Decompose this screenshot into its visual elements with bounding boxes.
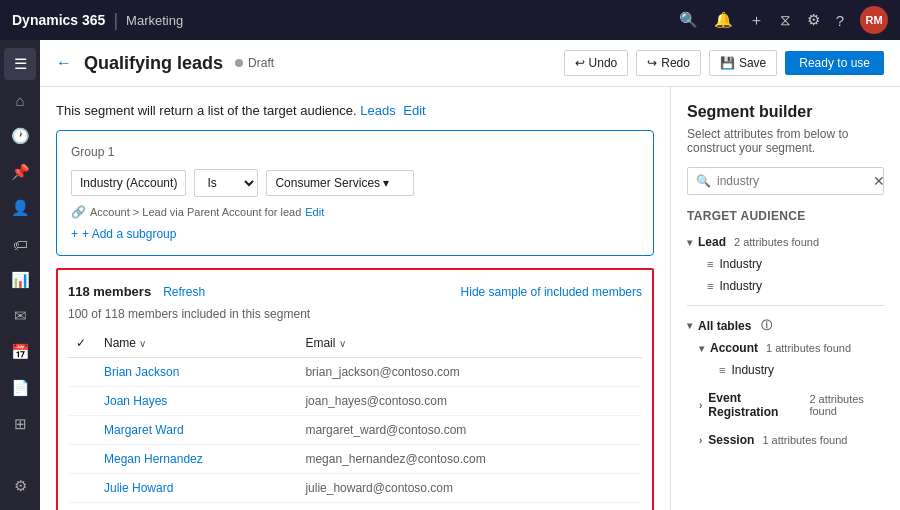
sidebar-item-settings[interactable]: ⚙ <box>4 470 36 502</box>
sidebar-item-home[interactable]: ⌂ <box>4 84 36 116</box>
event-registration-sub-section: › Event Registration 2 attributes found <box>687 387 884 423</box>
page-title: Qualifying leads <box>84 53 223 74</box>
add-subgroup-button[interactable]: + + Add a subgroup <box>71 227 639 241</box>
sidebar-item-people[interactable]: 👤 <box>4 192 36 224</box>
builder-title: Segment builder <box>687 103 884 121</box>
chevron-right-icon: › <box>699 400 702 411</box>
row-checkbox-cell <box>68 474 96 503</box>
condition-field[interactable]: Industry (Account) <box>71 170 186 196</box>
hide-sample-button[interactable]: Hide sample of included members <box>461 285 642 299</box>
edit-desc-link[interactable]: Edit <box>403 103 425 118</box>
group-label: Group 1 <box>71 145 639 159</box>
plus-icon[interactable]: ＋ <box>749 11 764 30</box>
undo-button[interactable]: ↩ Undo <box>564 50 629 76</box>
chevron-down-icon: ▾ <box>383 176 389 190</box>
redo-icon: ↪ <box>647 56 657 70</box>
sidebar-item-recent[interactable]: 🕐 <box>4 120 36 152</box>
operator-select[interactable]: Is <box>194 169 258 197</box>
user-avatar[interactable]: RM <box>860 6 888 34</box>
chevron-right-icon: › <box>699 435 702 446</box>
all-tables-header[interactable]: ▾ All tables ⓘ <box>687 314 884 337</box>
redo-button[interactable]: ↪ Redo <box>636 50 701 76</box>
member-name-link[interactable]: Joan Hayes <box>104 394 167 408</box>
filter-icon[interactable]: ⧖ <box>780 11 791 29</box>
name-col-header[interactable]: Name ∨ <box>96 329 297 358</box>
event-reg-label: Event Registration <box>708 391 801 419</box>
members-count: 118 members <box>68 284 151 299</box>
settings-icon[interactable]: ⚙ <box>807 11 820 29</box>
attribute-search-box[interactable]: 🔍 ✕ <box>687 167 884 195</box>
lead-industry-1[interactable]: ≡ Industry <box>687 253 884 275</box>
lead-count: 2 attributes found <box>734 236 819 248</box>
clear-search-icon[interactable]: ✕ <box>873 173 885 189</box>
sidebar-item-calendar[interactable]: 📅 <box>4 336 36 368</box>
segment-builder-panel: Segment builder Select attributes from b… <box>670 87 900 510</box>
save-button[interactable]: 💾 Save <box>709 50 777 76</box>
member-name-cell: Adam Russell <box>96 503 297 511</box>
account-section-header[interactable]: ▾ Account 1 attributes found <box>699 337 884 359</box>
header-row: ✓ Name ∨ Email ∨ <box>68 329 642 358</box>
member-name-link[interactable]: Julie Howard <box>104 481 173 495</box>
app-module: Marketing <box>126 13 183 28</box>
plus-icon: + <box>71 227 78 241</box>
search-input[interactable] <box>717 174 867 188</box>
sidebar-item-menu[interactable]: ☰ <box>4 48 36 80</box>
ready-to-use-button[interactable]: Ready to use <box>785 51 884 75</box>
leads-link[interactable]: Leads <box>360 103 395 118</box>
search-icon[interactable]: 🔍 <box>679 11 698 29</box>
back-button[interactable]: ← <box>56 54 72 72</box>
session-section-header[interactable]: › Session 1 attributes found <box>699 429 884 451</box>
nav-divider: | <box>113 10 118 31</box>
breadcrumb-edit-link[interactable]: Edit <box>305 206 324 218</box>
member-name-link[interactable]: Megan Hernandez <box>104 452 203 466</box>
link-icon: 🔗 <box>71 205 86 219</box>
account-industry[interactable]: ≡ Industry <box>699 359 884 381</box>
member-name-link[interactable]: Brian Jackson <box>104 365 179 379</box>
bell-icon[interactable]: 🔔 <box>714 11 733 29</box>
sidebar-item-chart[interactable]: 📊 <box>4 264 36 296</box>
attribute-icon: ≡ <box>719 364 725 376</box>
member-name-cell: Megan Hernandez <box>96 445 297 474</box>
refresh-button[interactable]: Refresh <box>163 285 205 299</box>
table-row: Brian Jackson brian_jackson@contoso.com <box>68 358 642 387</box>
field-label: Industry (Account) <box>80 176 177 190</box>
account-section-label: Account <box>710 341 758 355</box>
lead-section-label: Lead <box>698 235 726 249</box>
draft-dot-icon <box>235 59 243 67</box>
value-selector[interactable]: Consumer Services ▾ <box>266 170 414 196</box>
help-icon[interactable]: ? <box>836 12 844 29</box>
attr-label: Industry <box>731 363 774 377</box>
row-checkbox-cell <box>68 503 96 511</box>
checkbox-col: ✓ <box>68 329 96 358</box>
email-col-header[interactable]: Email ∨ <box>297 329 642 358</box>
page-header: ← Qualifying leads Draft ↩ Undo ↪ Redo 💾… <box>40 40 900 87</box>
member-name-cell: Margaret Ward <box>96 416 297 445</box>
top-navigation: Dynamics 365 | Marketing 🔍 🔔 ＋ ⧖ ⚙ ? RM <box>0 0 900 40</box>
member-name-cell: Joan Hayes <box>96 387 297 416</box>
row-checkbox-cell <box>68 387 96 416</box>
member-name-link[interactable]: Margaret Ward <box>104 423 184 437</box>
sidebar-item-mail[interactable]: ✉ <box>4 300 36 332</box>
body-area: This segment will return a list of the t… <box>40 87 900 510</box>
sidebar-item-pin[interactable]: 📌 <box>4 156 36 188</box>
row-checkbox-cell <box>68 416 96 445</box>
sidebar-item-layers[interactable]: ⊞ <box>4 408 36 440</box>
member-email-cell: joan_hayes@contoso.com <box>297 387 642 416</box>
attribute-icon: ≡ <box>707 258 713 270</box>
app-brand: Dynamics 365 <box>12 12 105 28</box>
center-panel: This segment will return a list of the t… <box>40 87 670 510</box>
account-count: 1 attributes found <box>766 342 851 354</box>
sidebar-item-document[interactable]: 📄 <box>4 372 36 404</box>
member-name-cell: Julie Howard <box>96 474 297 503</box>
status-badge: Draft <box>235 56 274 70</box>
event-reg-section-header[interactable]: › Event Registration 2 attributes found <box>699 387 884 423</box>
lead-industry-2[interactable]: ≡ Industry <box>687 275 884 297</box>
sidebar-item-tag[interactable]: 🏷 <box>4 228 36 260</box>
breadcrumb: 🔗 Account > Lead via Parent Account for … <box>71 205 639 219</box>
section-divider <box>687 305 884 306</box>
undo-icon: ↩ <box>575 56 585 70</box>
builder-description: Select attributes from below to construc… <box>687 127 884 155</box>
save-icon: 💾 <box>720 56 735 70</box>
brand-area: Dynamics 365 | Marketing <box>12 10 183 31</box>
lead-section-header[interactable]: ▾ Lead 2 attributes found <box>687 231 884 253</box>
